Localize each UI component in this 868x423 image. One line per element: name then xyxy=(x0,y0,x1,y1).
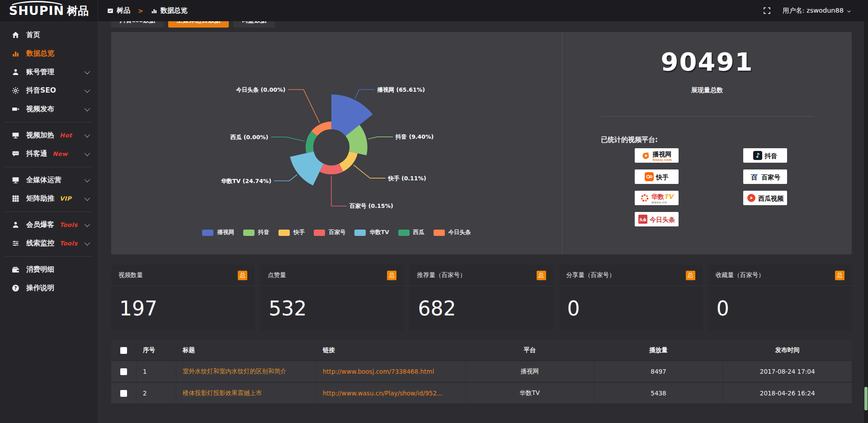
pie-label: 西瓜 (0.00%) xyxy=(230,134,268,141)
legend-item[interactable]: 快手 xyxy=(278,229,305,236)
video-title-link[interactable]: 室外水纹灯和室内水纹灯的区别和简介 xyxy=(183,367,287,375)
sidebar-item-label: 消费明细 xyxy=(26,265,54,274)
row-link-cell: http://www.wasu.cn/Play/show/id/952... xyxy=(316,383,466,404)
pie-slice-0[interactable] xyxy=(331,94,373,136)
app-logo: SHUPIN 树品 xyxy=(0,0,98,21)
chevron-down-icon xyxy=(85,221,90,227)
row-num-cell: 1 xyxy=(137,361,176,383)
chevron-down-icon xyxy=(85,69,90,75)
sidebar-item-monitor-play[interactable]: 视频加热Hot xyxy=(0,126,98,145)
svg-text:♪: ♪ xyxy=(755,151,760,159)
sidebar-divider xyxy=(5,212,92,212)
legend-label: 快手 xyxy=(293,229,305,236)
fullscreen-icon[interactable] xyxy=(763,7,771,14)
gear-icon xyxy=(12,87,19,94)
sidebar-item-label: 抖音SEO xyxy=(26,86,56,95)
monitor-icon xyxy=(12,176,19,184)
overview-panel: 播视网 (65.61%)抖音 (9.40%)快手 (0.11%)百家号 (0.1… xyxy=(111,32,852,254)
boosj-logo-icon xyxy=(642,151,651,160)
pie-label-line xyxy=(354,165,386,178)
column-header: 播放量 xyxy=(594,340,723,361)
total-badge: 总 xyxy=(686,271,695,280)
chart-icon xyxy=(12,50,19,57)
legend-item[interactable]: 抖音 xyxy=(243,229,269,236)
user-menu[interactable]: 用户名: zswodun88 xyxy=(783,6,852,15)
sidebar-item-help[interactable]: ?操作说明 xyxy=(0,279,98,297)
total-badge: 总 xyxy=(835,271,844,280)
video-icon xyxy=(12,105,19,113)
chevron-down-icon xyxy=(85,132,90,138)
sidebar-item-label: 全媒体运营 xyxy=(26,175,61,185)
pie-label: 今日头条 (0.00%) xyxy=(236,86,285,93)
row-plays-cell: 8497 xyxy=(594,361,723,383)
sidebar-item-wallet[interactable]: 消费明细 xyxy=(0,260,98,279)
sidebar-nav: 首页数据总览账号管理抖音SEO视频发布视频加热Hot抖客通New全媒体运营矩阵助… xyxy=(0,21,98,423)
rose-pie-chart: 播视网 (65.61%)抖音 (9.40%)快手 (0.11%)百家号 (0.1… xyxy=(111,32,562,236)
column-header: 标题 xyxy=(176,340,316,361)
legend-label: 抖音 xyxy=(258,229,269,236)
sidebar-item-grid[interactable]: 矩阵助推VIP xyxy=(0,189,98,208)
stat-card: 分享量（百家号）总0 xyxy=(559,265,703,330)
sidebar-item-video[interactable]: 视频发布 xyxy=(0,100,98,118)
pie-slice-2[interactable] xyxy=(339,151,358,172)
pie-label: 百家号 (0.15%) xyxy=(349,202,393,209)
row-platform-cell: 华数TV xyxy=(466,383,594,404)
home-icon xyxy=(12,31,19,39)
legend-item[interactable]: 华数TV xyxy=(354,229,389,236)
stat-card-title: 分享量（百家号） xyxy=(566,271,615,279)
wallet-icon xyxy=(12,266,19,273)
sidebar-item-monitor[interactable]: 全媒体运营 xyxy=(0,171,98,189)
sliders-icon xyxy=(12,240,19,247)
sidebar-item-sliders[interactable]: 线索监控Tools xyxy=(0,234,98,253)
table-header-row: 序号标题链接平台播放量发布时间 xyxy=(111,340,852,361)
platform-name: 华数TV xyxy=(651,193,673,200)
platform-badges-right: ♪♪抖音百百家号西瓜视频 xyxy=(743,148,787,205)
row-checkbox[interactable] xyxy=(120,390,127,397)
main-content: 抖音seo数据全媒体运营数据询盘数据 播视网 (65.61%)抖音 (9.40%… xyxy=(98,0,868,423)
legend-item[interactable]: 西瓜 xyxy=(398,229,425,236)
pie-slice-4[interactable] xyxy=(290,151,324,186)
sidebar-item-label: 操作说明 xyxy=(26,283,54,293)
legend-swatch xyxy=(314,230,325,236)
table-row: 2楼体投影灯投影效果震撼上市http://www.wasu.cn/Play/sh… xyxy=(111,383,852,404)
sidebar-item-gear[interactable]: 抖音SEO xyxy=(0,81,98,100)
platform-name: 抖音 xyxy=(764,152,777,160)
pie-label-line xyxy=(331,176,347,206)
pie-slice-3[interactable] xyxy=(320,164,343,174)
breadcrumb-item[interactable]: 数据总览 xyxy=(160,6,188,15)
page-scrollbar[interactable] xyxy=(864,0,868,423)
legend-item[interactable]: 百家号 xyxy=(314,229,346,236)
platform-badge-text: 西瓜视频 xyxy=(758,194,783,202)
chevron-down-icon xyxy=(846,8,852,14)
select-all-checkbox[interactable] xyxy=(120,347,127,354)
sidebar-item-home[interactable]: 首页 xyxy=(0,26,98,44)
row-time-cell: 2017-08-24 17:04 xyxy=(723,361,852,383)
platform-badge-xigua: 西瓜视频 xyxy=(743,191,787,205)
user-icon xyxy=(12,68,19,76)
legend-swatch xyxy=(434,230,445,236)
xigua-logo-icon xyxy=(747,193,756,202)
video-url-link[interactable]: http://www.boosj.com/7338468.html xyxy=(323,368,434,375)
breadcrumb-item[interactable]: 树品 xyxy=(117,6,130,15)
sidebar-item-label: 抖客通 xyxy=(26,149,47,159)
scrollbar-thumb[interactable] xyxy=(864,387,868,410)
legend-item[interactable]: 今日头条 xyxy=(434,229,471,236)
username-label: 用户名: zswodun88 xyxy=(783,6,844,15)
platform-badge-wasu: 华数TVwasu.cn xyxy=(635,191,679,205)
pie-label: 快手 (0.11%) xyxy=(388,175,426,182)
summary-area: 90491 展现量总数 已统计的视频平台: 播视网boosj.com快手华数TV… xyxy=(562,32,852,254)
sidebar-item-label: 账号管理 xyxy=(26,67,54,77)
row-checkbox[interactable] xyxy=(120,368,127,375)
video-url-link[interactable]: http://www.wasu.cn/Play/show/id/952... xyxy=(323,390,443,397)
legend-label: 今日头条 xyxy=(448,229,471,236)
topbar-right: 用户名: zswodun88 xyxy=(763,6,852,15)
video-title-link[interactable]: 楼体投影灯投影效果震撼上市 xyxy=(183,389,262,396)
sidebar-item-user[interactable]: 账号管理 xyxy=(0,63,98,81)
pie-label-line xyxy=(355,89,375,99)
sidebar-item-chat[interactable]: 抖客通New xyxy=(0,145,98,163)
sidebar-item-badge: New xyxy=(53,150,68,157)
sidebar-item-member[interactable]: 会员爆客Tools xyxy=(0,216,98,234)
legend-item[interactable]: 播视网 xyxy=(202,229,234,236)
chevron-down-icon xyxy=(85,240,90,246)
sidebar-item-chart[interactable]: 数据总览 xyxy=(0,44,98,63)
